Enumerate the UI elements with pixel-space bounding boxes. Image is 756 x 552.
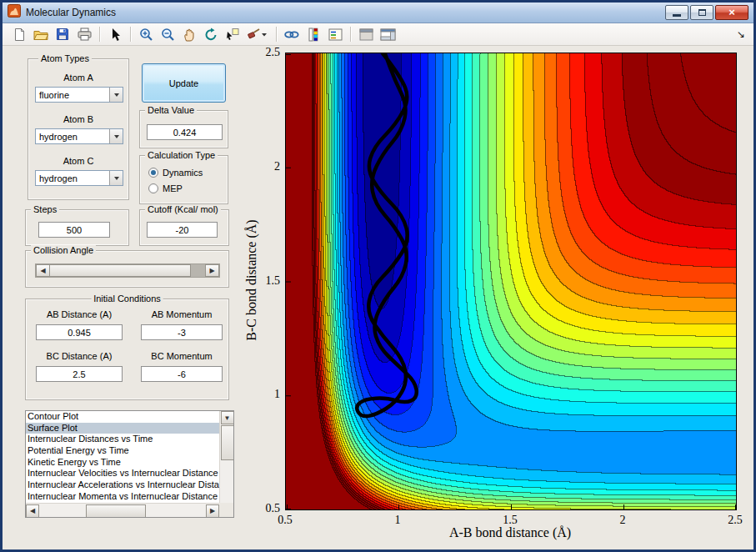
zoom-in-button[interactable] <box>136 25 156 44</box>
legend-icon <box>328 28 343 41</box>
matlab-icon <box>8 4 21 21</box>
data-cursor-button[interactable] <box>223 25 243 44</box>
x-tick-label: 2 <box>604 514 641 527</box>
radio-circle-icon <box>148 168 158 178</box>
window-title: Molecular Dynamics <box>26 7 116 18</box>
pan-button[interactable] <box>179 25 199 44</box>
printer-icon <box>78 28 92 41</box>
open-file-button[interactable] <box>31 25 51 44</box>
colorbar-icon <box>308 28 318 42</box>
application-window: Molecular Dynamics × ↘ Atom Types Atom <box>0 0 756 552</box>
print-figure-button[interactable] <box>74 25 94 44</box>
atom-c-dropdown[interactable]: hydrogen <box>35 170 123 186</box>
scroll-left-arrow[interactable]: ◀ <box>26 504 39 518</box>
x-axis-label: A-B bond distance (Å) <box>385 525 635 540</box>
hide-plot-tools-button[interactable] <box>356 25 376 44</box>
ab-distance-a--field[interactable]: 0.945 <box>36 324 123 340</box>
dropdown-arrow-button[interactable] <box>109 88 123 102</box>
update-button[interactable]: Update <box>142 63 226 103</box>
horizontal-scrollbar[interactable]: ◀ ▶ <box>26 503 219 517</box>
ic-field-label: AB Distance (A) <box>36 309 123 319</box>
atom-b-dropdown[interactable]: hydrogen <box>35 128 123 144</box>
atom-types-panel: Atom Types Atom AfluorineAtom BhydrogenA… <box>28 58 129 200</box>
toolbar-separator <box>276 27 277 42</box>
ic-field-label: BC Distance (A) <box>36 351 123 361</box>
slider-right-arrow[interactable]: ▶ <box>205 264 219 277</box>
panel-title: Cutoff (Kcal/ mol) <box>145 204 221 215</box>
titlebar[interactable]: Molecular Dynamics × <box>3 3 753 23</box>
dock-figure-icon[interactable]: ↘ <box>737 28 745 40</box>
y-tick-label: 2 <box>250 160 280 173</box>
slider-left-arrow[interactable]: ◀ <box>36 264 50 277</box>
ic-field-label: AB Momentum <box>141 309 223 319</box>
atom-field-label: Atom A <box>28 73 128 83</box>
cursor-arrow-icon <box>110 28 121 42</box>
plot-type-listbox[interactable]: Contour PlotSurface PlotInternuclear Dis… <box>25 410 234 518</box>
bc-distance-a--field[interactable]: 2.5 <box>36 366 123 382</box>
list-item[interactable]: Surface Plot <box>26 423 219 434</box>
panel-title: Delta Value <box>145 105 197 116</box>
save-figure-button[interactable] <box>53 25 73 44</box>
delta-value-field[interactable]: 0.424 <box>147 124 223 140</box>
minimize-icon <box>673 14 681 17</box>
list-item[interactable]: Internuclear Velocities vs Internuclear … <box>26 468 219 479</box>
dropdown-arrow-button[interactable] <box>109 129 123 143</box>
list-item[interactable]: Internuclear Momenta vs Internuclear Dis… <box>26 491 219 503</box>
list-item[interactable]: Kinetic Energy vs Time <box>26 457 219 469</box>
toolbar-separator <box>130 27 131 42</box>
insert-colorbar-button[interactable] <box>303 25 323 44</box>
insert-legend-button[interactable] <box>325 25 345 44</box>
x-tick-label: 1.5 <box>492 514 528 527</box>
ic-field-label: BC Momentum <box>141 351 223 361</box>
horizontal-scroll-thumb[interactable] <box>86 504 146 518</box>
close-button[interactable]: × <box>715 5 748 20</box>
minimize-button[interactable] <box>665 5 688 20</box>
bc-momentum-field[interactable]: -6 <box>141 366 223 382</box>
panel-title: Atom Types <box>38 53 92 64</box>
show-plot-tools-icon <box>380 28 396 41</box>
scroll-down-arrow[interactable]: ▼ <box>221 411 234 424</box>
hand-icon <box>183 28 196 42</box>
edit-plot-button[interactable] <box>105 25 125 44</box>
link-plot-button[interactable] <box>282 25 302 44</box>
dropdown-value: hydrogen <box>39 173 78 183</box>
atom-field-label: Atom C <box>28 156 128 166</box>
scrollbar-corner <box>219 503 233 517</box>
panel-title: Collision Angle <box>31 245 96 256</box>
pes-contour-plot[interactable] <box>285 53 737 510</box>
vertical-scrollbar[interactable]: ▲ ▼ <box>219 411 233 503</box>
radio-mep[interactable]: MEP <box>148 183 183 193</box>
cutoff-panel: Cutoff (Kcal/ mol) -20 <box>139 209 229 246</box>
cutoff-field[interactable]: -20 <box>147 222 218 238</box>
x-tick-label: 2.5 <box>717 514 753 527</box>
list-item[interactable]: Potential Energy vs Time <box>26 445 219 457</box>
list-item[interactable]: Internuclear Distances vs Time <box>26 434 219 445</box>
new-file-icon <box>13 28 26 42</box>
zoom-out-icon <box>161 28 175 42</box>
dropdown-arrow-button[interactable] <box>109 171 123 185</box>
rotate-3d-icon <box>204 28 218 42</box>
new-figure-button[interactable] <box>9 25 29 44</box>
radio-label: Dynamics <box>163 168 203 178</box>
rotate-3d-button[interactable] <box>201 25 221 44</box>
chevron-down-icon <box>114 93 119 99</box>
ab-momentum-field[interactable]: -3 <box>141 324 223 340</box>
collision-angle-slider[interactable]: ◀ ▶ <box>35 263 220 278</box>
brush-icon <box>248 28 268 41</box>
brush-data-button[interactable] <box>244 25 271 44</box>
show-plot-tools-button[interactable] <box>378 25 398 44</box>
steps-field[interactable]: 500 <box>38 222 110 238</box>
list-item[interactable]: Contour Plot <box>26 411 219 423</box>
radio-dot <box>151 170 156 175</box>
zoom-out-button[interactable] <box>158 25 178 44</box>
atom-a-dropdown[interactable]: fluorine <box>35 87 123 103</box>
close-icon: × <box>728 8 735 17</box>
vertical-scroll-thumb[interactable] <box>221 425 234 460</box>
list-item[interactable]: Internuclear Accelerations vs Internucle… <box>26 479 219 491</box>
slider-thumb[interactable] <box>49 264 191 277</box>
maximize-icon <box>698 9 706 16</box>
scroll-right-arrow[interactable]: ▶ <box>206 504 219 518</box>
radio-dynamics[interactable]: Dynamics <box>148 168 203 178</box>
save-icon <box>56 28 69 41</box>
maximize-button[interactable] <box>690 5 713 20</box>
